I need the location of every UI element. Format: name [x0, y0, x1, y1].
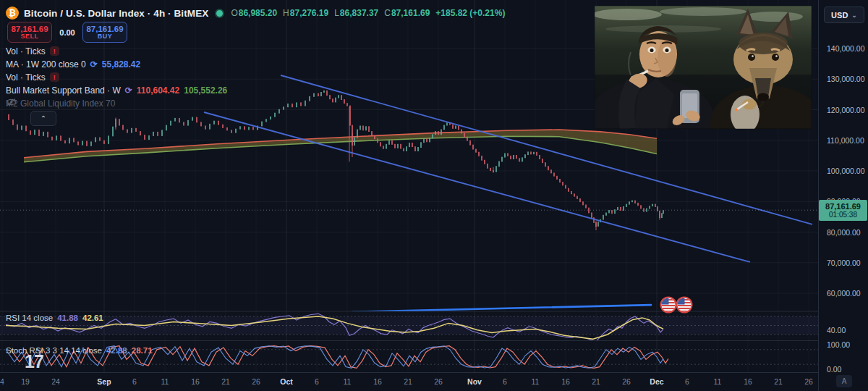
- stoch-d-value: 28.71: [132, 346, 153, 355]
- time-tick-day-label: 21: [592, 377, 600, 386]
- change-value: +185.82 (+0.21%): [435, 8, 505, 18]
- price-tick-label: 140,000.00: [827, 44, 865, 53]
- error-icon[interactable]: !: [50, 72, 59, 82]
- legend-row-volume-2[interactable]: Vol · Ticks !: [6, 72, 59, 83]
- legend-row-bmsb[interactable]: Bull Market Support Band · W ⟳ 110,604.4…: [6, 85, 227, 96]
- time-tick-day-label: 21: [404, 377, 412, 386]
- ohlc-readout: O86,985.20 H87,276.19 L86,837.37 C87,161…: [231, 8, 505, 18]
- time-tick-day-label: 16: [561, 377, 570, 386]
- time-tick-day-label: 16: [191, 377, 200, 386]
- timezone-a-button[interactable]: A: [836, 375, 852, 387]
- price-tick-label: 120,000.00: [827, 106, 865, 114]
- time-tick-day-label: 6: [132, 377, 137, 386]
- low-value: 86,837.37: [340, 8, 378, 18]
- buy-button[interactable]: 87,161.69 BUY: [82, 22, 127, 43]
- price-tick-label: 60,000.00: [827, 289, 861, 298]
- time-tick-day-label: 26: [804, 377, 813, 386]
- time-tick-day-label: 21: [774, 377, 783, 386]
- tradingview-chart-window: 17: [0, 0, 868, 391]
- time-tick-day-label: 11: [344, 377, 352, 386]
- time-tick-day-label: 6: [685, 377, 689, 386]
- legend-row-volume-1[interactable]: Vol · Ticks !: [6, 46, 59, 56]
- high-value: 87,276.19: [290, 8, 328, 18]
- last-price-value: 87,161.69: [825, 202, 861, 211]
- time-tick-day-label: 16: [373, 377, 382, 386]
- chevron-up-icon: ⌃: [41, 114, 46, 122]
- legend-row-m2-hidden[interactable]: M2 Global Liquidity Index 70: [6, 98, 115, 109]
- time-tick-day-label: 26: [434, 377, 443, 386]
- rsi-legend[interactable]: RSI 14 close 41.88 42.61: [6, 314, 103, 322]
- time-tick-month-label: Nov: [467, 377, 482, 386]
- close-value: 87,161.69: [391, 8, 430, 18]
- spread-value: 0.00: [56, 28, 78, 37]
- bmsb-ema-value: 105,552.26: [184, 85, 227, 96]
- time-tick-day-label: 24: [51, 377, 60, 386]
- us-flag-marker-icon[interactable]: [661, 298, 676, 313]
- time-tick-day-label: 26: [252, 377, 260, 386]
- rsi-tick-label: 40.00: [827, 326, 846, 335]
- bmsb-sma-value: 110,604.42: [137, 85, 179, 96]
- time-tick-month-label: Dec: [650, 377, 663, 386]
- bitcoin-icon: ₿: [6, 7, 19, 20]
- time-tick-day-label: 21: [221, 377, 230, 386]
- time-tick-day-label: 11: [714, 377, 722, 386]
- time-tick-day-label: 4: [0, 377, 4, 386]
- open-value: 86,985.20: [239, 8, 277, 18]
- collapse-legend-button[interactable]: ⌃: [30, 111, 56, 126]
- stoch-rsi-legend[interactable]: Stoch RSI 3 3 14 14 close 42.88 28.71: [6, 346, 153, 355]
- candle-countdown: 01:05:38: [829, 211, 857, 219]
- time-tick-day-label: 11: [161, 377, 169, 386]
- refresh-icon[interactable]: ⟳: [125, 85, 132, 96]
- time-tick-day-label: 11: [532, 377, 540, 386]
- time-tick-day-label: 6: [503, 377, 507, 386]
- currency-toggle-button[interactable]: USD ⌄: [824, 7, 864, 23]
- time-scale[interactable]: 41924Sep611162126Oct611162126Nov61116212…: [0, 372, 818, 391]
- rsi-ma-value: 42.61: [82, 314, 103, 322]
- price-tick-label: 110,000.00: [827, 136, 864, 145]
- time-tick-month-label: Sep: [97, 377, 111, 386]
- eye-off-icon[interactable]: [6, 98, 17, 106]
- legend-row-ma[interactable]: MA · 1W 200 close 0 ⟳ 55,828.42: [6, 59, 140, 70]
- market-status-dot-icon[interactable]: [215, 9, 224, 18]
- chevron-down-icon: ⌄: [851, 12, 857, 19]
- price-tick-label: 130,000.00: [827, 75, 865, 83]
- error-icon[interactable]: !: [50, 46, 59, 56]
- ceiling-light: [592, 9, 662, 20]
- us-flag-marker-icon[interactable]: [677, 298, 692, 313]
- last-price-badge: 87,161.69 01:05:38: [819, 200, 867, 221]
- price-scale[interactable]: 140,000.00130,000.00120,000.00110,000.00…: [818, 0, 868, 391]
- refresh-icon[interactable]: ⟳: [90, 59, 98, 70]
- time-tick-day-label: 6: [315, 377, 319, 386]
- symbol-header: ₿ Bitcoin / U.S. Dollar Index · 4h · Bit…: [6, 7, 505, 20]
- time-tick-day-label: 26: [622, 377, 631, 386]
- price-tick-label: 100,000.00: [827, 167, 865, 175]
- time-tick-month-label: Oct: [280, 377, 293, 386]
- stoch-tick-label: 0.00: [827, 365, 841, 374]
- symbol-title[interactable]: Bitcoin / U.S. Dollar Index · 4h · BitME…: [24, 8, 208, 19]
- time-tick-day-label: 19: [21, 377, 30, 386]
- stoch-tick-label: 100.00: [827, 340, 850, 349]
- price-tick-label: 80,000.00: [827, 228, 861, 237]
- price-tick-label: 70,000.00: [827, 258, 861, 267]
- rsi-value: 41.88: [57, 314, 78, 322]
- order-panel: 87,161.69 SELL 0.00 87,161.69 BUY: [7, 22, 127, 43]
- ma-value: 55,828.42: [102, 59, 140, 70]
- stoch-k-value: 42.88: [106, 346, 127, 355]
- sell-button[interactable]: 87,161.69 SELL: [7, 22, 52, 43]
- time-tick-day-label: 16: [744, 377, 752, 386]
